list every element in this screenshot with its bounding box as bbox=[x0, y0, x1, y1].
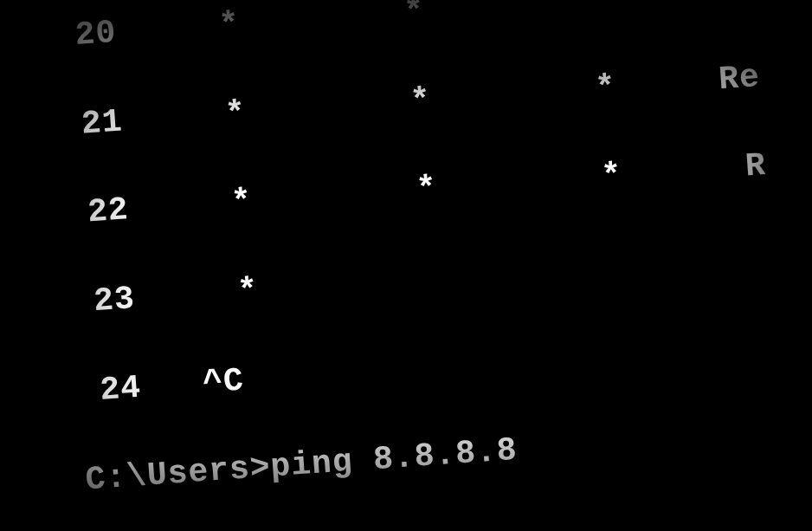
hop-col3: * bbox=[600, 157, 623, 196]
command-input[interactable]: ping 8.8.8.8 bbox=[269, 431, 519, 486]
hop-col3: * bbox=[588, 0, 611, 18]
hop-col2: * bbox=[403, 0, 426, 31]
hop-col3: * bbox=[594, 68, 617, 107]
hop-col1: * bbox=[230, 183, 254, 222]
hop-number: 20 bbox=[54, 14, 118, 55]
command-line: C:\Users>ping 8.8.8.8 bbox=[84, 392, 812, 502]
tracert-row: 24 ^C bbox=[78, 303, 812, 414]
hop-col2: * bbox=[409, 81, 432, 120]
terminal-output[interactable]: 20 * * * Re 21 * * * Re 22 * * * R 23 * … bbox=[50, 0, 812, 531]
prompt: C:\Users> bbox=[84, 449, 272, 499]
hop-number: 23 bbox=[72, 280, 136, 321]
hop-col1: * bbox=[218, 5, 242, 44]
ping-header: Pinging 8.8.8.8 with 32 bytes of bbox=[93, 525, 812, 531]
hop-col1: * bbox=[236, 271, 260, 310]
hop-number: 24 bbox=[78, 368, 142, 410]
tracert-row: 22 * * * R bbox=[66, 126, 812, 236]
tracert-row: 23 * bbox=[72, 214, 812, 325]
hop-col2: * bbox=[416, 170, 439, 209]
hop-number: 22 bbox=[66, 191, 130, 233]
tracert-row: 21 * * * Re bbox=[59, 37, 812, 148]
hop-col1: * bbox=[224, 94, 248, 133]
hop-status: Re bbox=[712, 0, 755, 10]
hop-number: 21 bbox=[60, 102, 124, 144]
hop-status: R bbox=[744, 146, 768, 185]
tracert-row: 20 * * * Re bbox=[53, 0, 812, 59]
hop-status: Re bbox=[718, 58, 761, 98]
interrupt-signal: ^C bbox=[202, 361, 245, 401]
